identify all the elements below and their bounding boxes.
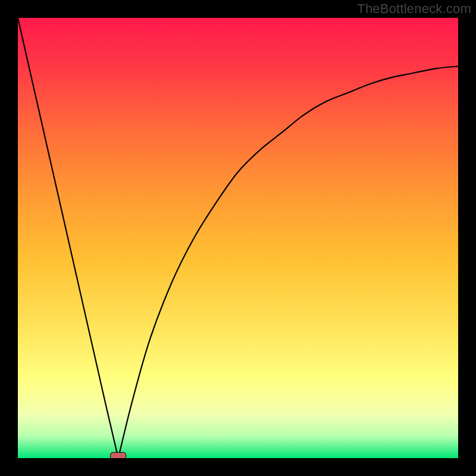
min-marker bbox=[111, 452, 126, 458]
plot-area bbox=[18, 18, 458, 458]
watermark-text: TheBottleneck.com bbox=[357, 1, 471, 17]
gradient-background bbox=[18, 18, 458, 458]
chart-svg bbox=[18, 18, 458, 458]
chart-frame: TheBottleneck.com bbox=[0, 0, 476, 476]
